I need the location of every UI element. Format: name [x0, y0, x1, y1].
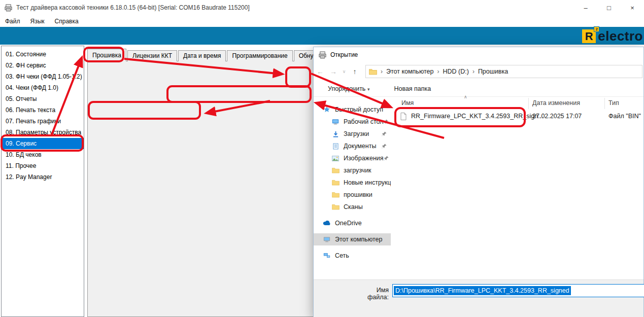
crumb-this-pc[interactable]: Этот компьютер: [386, 68, 433, 75]
nav-item-downloads[interactable]: Загрузки: [314, 128, 391, 140]
dialog-nav-pane: Быстрый доступ Рабочий стол Загрузки Док…: [314, 97, 391, 279]
crumb-hdd-d[interactable]: HDD (D:): [443, 68, 468, 75]
nav-item-quick-access[interactable]: Быстрый доступ: [314, 103, 391, 116]
maximize-button[interactable]: □: [597, 0, 621, 15]
menu-item-help[interactable]: Справка: [50, 15, 84, 27]
cloud-icon: [322, 221, 332, 226]
sidebar-item-07[interactable]: 07. Печать графики: [2, 116, 84, 127]
dialog-toolbar: Упорядочить ▾ Новая папка: [314, 81, 643, 97]
minimize-button[interactable]: –: [574, 0, 597, 15]
nav-item-onedrive[interactable]: OneDrive: [314, 217, 391, 229]
pin-icon: [382, 144, 387, 149]
file-open-dialog: Открытие ← → ∨ ↑ › Этот компьютер › HDD …: [313, 47, 644, 317]
file-list: ∧ Имя Дата изменения Тип RR_Firmware_LPC…: [394, 97, 643, 279]
tab-programming[interactable]: Программирование: [227, 50, 292, 61]
tab-firmware[interactable]: Прошивка: [87, 49, 126, 61]
sidebar-item-05[interactable]: 05. Отчеты: [2, 93, 84, 104]
title-bar: Тест драйвера кассовой техники 6.18.0.15…: [0, 0, 644, 15]
nav-item-network[interactable]: Сеть: [314, 250, 391, 262]
download-icon: [330, 131, 341, 137]
file-row[interactable]: RR_Firmware_LPC_KKT_3.4.2593_RR_sign... …: [394, 110, 643, 123]
pin-icon: [383, 119, 388, 124]
sort-ascending-icon[interactable]: ∧: [464, 94, 467, 99]
menu-bar: Файл Язык Справка: [0, 15, 644, 27]
dialog-nav-bar: ← → ∨ ↑ › Этот компьютер › HDD (D:) › Пр…: [314, 62, 643, 81]
folder-icon: [369, 68, 377, 75]
section-list: 01. Состояние 02. ФН сервис 03. ФН чеки …: [1, 46, 84, 317]
tab-datetime[interactable]: Дата и время: [178, 50, 226, 61]
dialog-body: Быстрый доступ Рабочий стол Загрузки Док…: [314, 97, 643, 279]
sidebar-item-09-selected[interactable]: 09. Сервис: [2, 138, 84, 149]
sidebar-item-08[interactable]: 08. Параметры устройства: [2, 127, 84, 138]
file-list-header: ∧ Имя Дата изменения Тип: [394, 98, 643, 109]
app-icon: [5, 4, 12, 12]
dialog-title-bar: Открытие: [314, 47, 643, 62]
app-window: Тест драйвера кассовой техники 6.18.0.15…: [0, 0, 644, 317]
folder-icon: [330, 192, 341, 198]
dialog-icon: [319, 51, 326, 59]
menu-item-language[interactable]: Язык: [25, 15, 50, 27]
column-divider[interactable]: [528, 98, 529, 109]
sidebar-item-03[interactable]: 03. ФН чеки (ФФД 1.05-1.2): [2, 71, 84, 82]
nav-item-pictures[interactable]: Изображения: [314, 152, 391, 164]
sidebar-item-06[interactable]: 06. Печать текста: [2, 104, 84, 116]
nav-forward-button[interactable]: →: [327, 67, 340, 76]
sidebar-item-04[interactable]: 04. Чеки (ФФД 1.0): [2, 82, 84, 93]
nav-item-desktop[interactable]: Рабочий стол: [314, 116, 391, 128]
sidebar-item-01[interactable]: 01. Состояние: [2, 49, 84, 60]
document-icon: [330, 143, 341, 150]
folder-icon: [330, 180, 341, 186]
column-header-date[interactable]: Дата изменения: [532, 99, 580, 107]
menu-item-file[interactable]: Файл: [0, 15, 25, 27]
sidebar-item-10[interactable]: 10. БД чеков: [2, 149, 84, 160]
nav-item-proshivki[interactable]: прошивки: [314, 189, 391, 201]
filename-input[interactable]: D:\Прошивка\RR_Firmware_LPC_KKT_3.4.2593…: [392, 284, 644, 297]
file-type: Файл "BIN": [608, 113, 641, 120]
breadcrumb[interactable]: › Этот компьютер › HDD (D:) › Прошивка: [365, 65, 642, 78]
nav-history-dropdown[interactable]: ∨: [340, 69, 348, 74]
column-header-type[interactable]: Тип: [608, 99, 619, 107]
crumb-separator: ›: [472, 68, 474, 75]
file-date: 27.02.2025 17:07: [532, 113, 582, 120]
brand-banner: R 2 electro: [0, 27, 644, 45]
dialog-title: Открытие: [330, 51, 358, 58]
column-divider[interactable]: [604, 98, 605, 109]
nav-item-this-pc-selected[interactable]: Этот компьютер: [314, 233, 391, 245]
logo-sup-2: 2: [594, 26, 599, 32]
logo-r-badge: R 2: [582, 29, 596, 43]
column-header-name[interactable]: Имя: [401, 99, 414, 107]
nav-item-scans[interactable]: Сканы: [314, 201, 391, 213]
new-folder-button[interactable]: Новая папка: [394, 85, 431, 92]
nav-item-new-instructions[interactable]: Новые инструкции: [314, 177, 391, 189]
crumb-separator: ›: [381, 68, 383, 75]
nav-up-button[interactable]: ↑: [348, 67, 361, 76]
sidebar-item-11[interactable]: 11. Прочее: [2, 160, 84, 171]
desktop-icon: [330, 119, 341, 125]
folder-icon: [330, 204, 341, 210]
close-button[interactable]: ×: [621, 0, 644, 15]
logo-word: electro: [598, 28, 643, 44]
dialog-bottom-bar: Имя файла: D:\Прошивка\RR_Firmware_LPC_K…: [314, 279, 643, 317]
window-title: Тест драйвера кассовой техники 6.18.0.15…: [16, 4, 250, 11]
sidebar-item-12[interactable]: 12. Pay Manager: [2, 171, 84, 183]
filename-label: Имя файла:: [354, 287, 389, 301]
star-icon: [322, 106, 332, 113]
file-name: RR_Firmware_LPC_KKT_3.4.2593_RR_sign...: [411, 113, 544, 120]
organize-button[interactable]: Упорядочить ▾: [328, 85, 369, 92]
picture-icon: [330, 156, 341, 161]
file-icon: [400, 113, 406, 122]
nav-item-documents[interactable]: Документы: [314, 140, 391, 152]
crumb-proshivka[interactable]: Прошивка: [478, 68, 508, 75]
network-icon: [322, 253, 332, 259]
tab-licenses[interactable]: Лицензии ККТ: [127, 50, 177, 61]
pin-icon: [382, 131, 387, 136]
filename-selected-text: D:\Прошивка\RR_Firmware_LPC_KKT_3.4.2593…: [394, 286, 571, 295]
window-controls: – □ ×: [574, 0, 644, 15]
computer-icon: [322, 236, 332, 243]
brand-logo: R 2 electro: [582, 28, 643, 44]
folder-icon: [330, 167, 341, 173]
sidebar-item-02[interactable]: 02. ФН сервис: [2, 60, 84, 71]
nav-back-button[interactable]: ←: [314, 67, 327, 76]
crumb-separator: ›: [437, 68, 439, 75]
nav-item-zagruzchik[interactable]: загрузчик: [314, 164, 391, 177]
